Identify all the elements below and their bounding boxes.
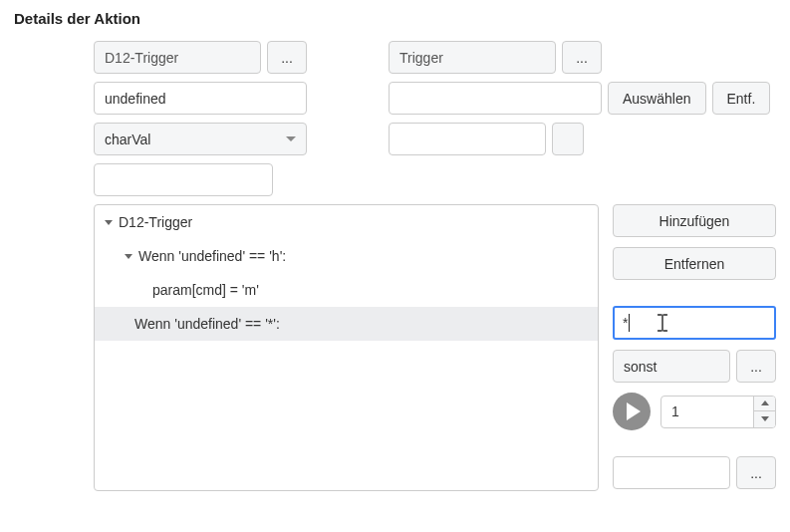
play-icon	[627, 402, 641, 420]
count-spinner[interactable]: 1	[660, 396, 776, 428]
extra-field[interactable]	[94, 163, 273, 196]
else-select[interactable]: sonst	[613, 350, 730, 383]
remove-short-button[interactable]: Entf.	[712, 82, 771, 115]
disclosure-icon	[125, 254, 132, 259]
bottom-row: ...	[613, 456, 776, 489]
play-row: 1	[613, 393, 776, 430]
count-value[interactable]: 1	[661, 397, 753, 427]
play-button[interactable]	[613, 393, 651, 430]
right-trigger-more-button[interactable]: ...	[562, 41, 602, 74]
row-value: undefined Auswählen Entf.	[94, 82, 776, 115]
left-trigger-field[interactable]: D12-Trigger	[94, 41, 261, 74]
side-panel: Hinzufügen Entfernen * sonst ...	[613, 204, 776, 491]
type-select[interactable]: charVal	[94, 123, 307, 155]
bottom-more-button[interactable]: ...	[736, 456, 776, 489]
else-select-value: sonst	[624, 359, 657, 375]
chevron-up-icon	[761, 400, 769, 405]
type-select-value: charVal	[105, 132, 150, 147]
select-button[interactable]: Auswählen	[608, 82, 706, 115]
right-trigger-field[interactable]: Trigger	[389, 41, 556, 74]
row-type: charVal	[94, 123, 776, 155]
right-type-field[interactable]	[389, 123, 546, 155]
bottom-field[interactable]	[613, 456, 730, 489]
form-area: D12-Trigger ... Trigger ... undefined Au…	[94, 41, 776, 491]
tree-cond1[interactable]: Wenn 'undefined' == 'h':	[95, 239, 598, 273]
right-value-field[interactable]	[389, 82, 602, 115]
else-row: sonst ...	[613, 350, 776, 383]
tree-panel[interactable]: D12-Trigger Wenn 'undefined' == 'h': par…	[94, 204, 599, 491]
text-cursor	[629, 314, 630, 332]
tree-root[interactable]: D12-Trigger	[95, 205, 598, 239]
row-trigger: D12-Trigger ... Trigger ...	[94, 41, 776, 74]
row-extra	[94, 163, 776, 196]
spinner-down-button[interactable]	[754, 411, 775, 427]
left-value-field[interactable]: undefined	[94, 82, 307, 115]
chevron-down-icon	[761, 416, 769, 421]
tree-cond1-label: Wenn 'undefined' == 'h':	[138, 248, 286, 264]
else-more-button[interactable]: ...	[736, 350, 776, 383]
right-type-more-button[interactable]	[552, 123, 584, 155]
tree-assign-label: param[cmd] = 'm'	[152, 282, 259, 298]
condition-value-input[interactable]: *	[613, 306, 776, 340]
remove-button[interactable]: Entfernen	[613, 247, 776, 280]
chevron-down-icon	[286, 136, 296, 141]
page-title: Details der Aktion	[14, 10, 776, 27]
disclosure-icon	[105, 220, 113, 225]
condition-value-text: *	[623, 315, 628, 331]
tree-assign[interactable]: param[cmd] = 'm'	[95, 273, 598, 307]
ibeam-cursor-icon	[658, 314, 668, 332]
add-button[interactable]: Hinzufügen	[613, 204, 776, 237]
tree-root-label: D12-Trigger	[119, 214, 192, 230]
spinner-up-button[interactable]	[754, 397, 775, 412]
left-trigger-more-button[interactable]: ...	[267, 41, 307, 74]
lower-area: D12-Trigger Wenn 'undefined' == 'h': par…	[94, 204, 776, 491]
tree-cond2-label: Wenn 'undefined' == '*':	[134, 316, 280, 332]
tree-cond2[interactable]: Wenn 'undefined' == '*':	[95, 307, 598, 341]
